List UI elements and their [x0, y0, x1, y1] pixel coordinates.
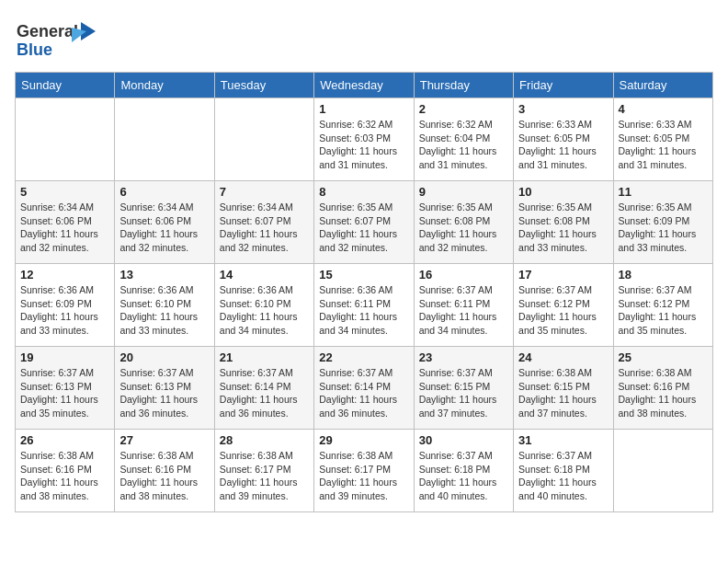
page-header: General Blue: [15, 15, 713, 61]
calendar-cell: 23Sunrise: 6:37 AM Sunset: 6:15 PM Dayli…: [414, 347, 513, 430]
day-number: 18: [619, 268, 708, 282]
calendar-cell: 28Sunrise: 6:38 AM Sunset: 6:17 PM Dayli…: [214, 430, 313, 512]
day-info: Sunrise: 6:36 AM Sunset: 6:10 PM Dayligh…: [220, 283, 309, 338]
day-info: Sunrise: 6:38 AM Sunset: 6:16 PM Dayligh…: [119, 449, 209, 503]
day-number: 13: [119, 268, 209, 282]
calendar-cell: 27Sunrise: 6:38 AM Sunset: 6:16 PM Dayli…: [115, 430, 214, 512]
calendar-cell: 20Sunrise: 6:37 AM Sunset: 6:13 PM Dayli…: [115, 347, 214, 430]
calendar-cell: 9Sunrise: 6:35 AM Sunset: 6:08 PM Daylig…: [414, 181, 513, 264]
day-number: 1: [319, 102, 408, 116]
calendar-cell: 16Sunrise: 6:37 AM Sunset: 6:11 PM Dayli…: [414, 264, 513, 347]
day-info: Sunrise: 6:37 AM Sunset: 6:11 PM Dayligh…: [419, 283, 508, 338]
calendar-cell: 31Sunrise: 6:37 AM Sunset: 6:18 PM Dayli…: [514, 430, 613, 512]
day-number: 15: [319, 268, 408, 282]
day-info: Sunrise: 6:38 AM Sunset: 6:17 PM Dayligh…: [220, 449, 309, 503]
day-info: Sunrise: 6:35 AM Sunset: 6:09 PM Dayligh…: [619, 201, 708, 255]
calendar-table: SundayMondayTuesdayWednesdayThursdayFrid…: [15, 72, 713, 512]
day-info: Sunrise: 6:35 AM Sunset: 6:08 PM Dayligh…: [419, 201, 508, 255]
week-row-5: 26Sunrise: 6:38 AM Sunset: 6:16 PM Dayli…: [16, 430, 713, 512]
day-number: 9: [419, 185, 508, 199]
calendar-cell: [214, 98, 313, 181]
day-info: Sunrise: 6:37 AM Sunset: 6:18 PM Dayligh…: [419, 449, 508, 503]
day-info: Sunrise: 6:37 AM Sunset: 6:14 PM Dayligh…: [220, 366, 309, 420]
calendar-cell: 29Sunrise: 6:38 AM Sunset: 6:17 PM Dayli…: [314, 430, 414, 512]
calendar-cell: 14Sunrise: 6:36 AM Sunset: 6:10 PM Dayli…: [214, 264, 313, 347]
calendar-cell: 18Sunrise: 6:37 AM Sunset: 6:12 PM Dayli…: [613, 264, 712, 347]
day-info: Sunrise: 6:37 AM Sunset: 6:12 PM Dayligh…: [619, 283, 708, 338]
header-monday: Monday: [115, 73, 214, 98]
calendar-cell: 12Sunrise: 6:36 AM Sunset: 6:09 PM Dayli…: [16, 264, 115, 347]
header-wednesday: Wednesday: [314, 73, 414, 98]
day-info: Sunrise: 6:37 AM Sunset: 6:18 PM Dayligh…: [518, 449, 608, 503]
logo-icon: General Blue: [15, 15, 97, 61]
week-row-4: 19Sunrise: 6:37 AM Sunset: 6:13 PM Dayli…: [16, 347, 713, 430]
calendar-cell: 25Sunrise: 6:38 AM Sunset: 6:16 PM Dayli…: [613, 347, 712, 430]
day-info: Sunrise: 6:35 AM Sunset: 6:08 PM Dayligh…: [518, 201, 608, 255]
calendar-cell: 5Sunrise: 6:34 AM Sunset: 6:06 PM Daylig…: [16, 181, 115, 264]
calendar-cell: [115, 98, 214, 181]
day-number: 31: [518, 433, 608, 447]
header-saturday: Saturday: [613, 73, 712, 98]
day-info: Sunrise: 6:34 AM Sunset: 6:06 PM Dayligh…: [20, 201, 109, 255]
svg-text:General: General: [17, 22, 78, 40]
day-number: 30: [419, 433, 508, 447]
week-row-3: 12Sunrise: 6:36 AM Sunset: 6:09 PM Dayli…: [16, 264, 713, 347]
day-number: 23: [419, 350, 508, 364]
calendar-cell: 26Sunrise: 6:38 AM Sunset: 6:16 PM Dayli…: [16, 430, 115, 512]
day-number: 28: [220, 433, 309, 447]
calendar-cell: 11Sunrise: 6:35 AM Sunset: 6:09 PM Dayli…: [613, 181, 712, 264]
day-number: 20: [119, 350, 209, 364]
day-info: Sunrise: 6:34 AM Sunset: 6:07 PM Dayligh…: [220, 201, 309, 255]
weekday-header-row: SundayMondayTuesdayWednesdayThursdayFrid…: [16, 73, 713, 98]
day-number: 6: [119, 185, 209, 199]
day-info: Sunrise: 6:37 AM Sunset: 6:13 PM Dayligh…: [20, 366, 109, 420]
day-number: 27: [119, 433, 209, 447]
calendar-cell: 21Sunrise: 6:37 AM Sunset: 6:14 PM Dayli…: [214, 347, 313, 430]
day-info: Sunrise: 6:37 AM Sunset: 6:15 PM Dayligh…: [419, 366, 508, 420]
svg-text:Blue: Blue: [17, 40, 52, 59]
day-info: Sunrise: 6:38 AM Sunset: 6:15 PM Dayligh…: [518, 366, 608, 420]
header-thursday: Thursday: [414, 73, 513, 98]
day-info: Sunrise: 6:35 AM Sunset: 6:07 PM Dayligh…: [319, 201, 408, 255]
day-number: 14: [220, 268, 309, 282]
calendar-cell: 6Sunrise: 6:34 AM Sunset: 6:06 PM Daylig…: [115, 181, 214, 264]
calendar-cell: 30Sunrise: 6:37 AM Sunset: 6:18 PM Dayli…: [414, 430, 513, 512]
day-number: 10: [518, 185, 608, 199]
calendar-cell: 1Sunrise: 6:32 AM Sunset: 6:03 PM Daylig…: [314, 98, 414, 181]
calendar-cell: 10Sunrise: 6:35 AM Sunset: 6:08 PM Dayli…: [514, 181, 613, 264]
day-number: 25: [619, 350, 708, 364]
calendar-cell: 8Sunrise: 6:35 AM Sunset: 6:07 PM Daylig…: [314, 181, 414, 264]
calendar-cell: 4Sunrise: 6:33 AM Sunset: 6:05 PM Daylig…: [613, 98, 712, 181]
calendar-cell: 2Sunrise: 6:32 AM Sunset: 6:04 PM Daylig…: [414, 98, 513, 181]
day-info: Sunrise: 6:37 AM Sunset: 6:12 PM Dayligh…: [518, 283, 608, 338]
day-number: 2: [419, 102, 508, 116]
day-number: 21: [220, 350, 309, 364]
day-info: Sunrise: 6:32 AM Sunset: 6:03 PM Dayligh…: [319, 118, 408, 172]
day-info: Sunrise: 6:37 AM Sunset: 6:14 PM Dayligh…: [319, 366, 408, 420]
day-info: Sunrise: 6:36 AM Sunset: 6:10 PM Dayligh…: [119, 283, 209, 338]
day-number: 8: [319, 185, 408, 199]
day-number: 29: [319, 433, 408, 447]
day-number: 22: [319, 350, 408, 364]
day-number: 4: [619, 102, 708, 116]
calendar-cell: 13Sunrise: 6:36 AM Sunset: 6:10 PM Dayli…: [115, 264, 214, 347]
day-info: Sunrise: 6:38 AM Sunset: 6:17 PM Dayligh…: [319, 449, 408, 503]
logo: General Blue: [15, 15, 99, 61]
day-number: 26: [20, 433, 109, 447]
calendar-cell: 7Sunrise: 6:34 AM Sunset: 6:07 PM Daylig…: [214, 181, 313, 264]
day-info: Sunrise: 6:38 AM Sunset: 6:16 PM Dayligh…: [619, 366, 708, 420]
day-info: Sunrise: 6:36 AM Sunset: 6:09 PM Dayligh…: [20, 283, 109, 338]
calendar-cell: 24Sunrise: 6:38 AM Sunset: 6:15 PM Dayli…: [514, 347, 613, 430]
header-friday: Friday: [514, 73, 613, 98]
week-row-1: 1Sunrise: 6:32 AM Sunset: 6:03 PM Daylig…: [16, 98, 713, 181]
header-sunday: Sunday: [16, 73, 115, 98]
header-tuesday: Tuesday: [214, 73, 313, 98]
calendar-cell: 17Sunrise: 6:37 AM Sunset: 6:12 PM Dayli…: [514, 264, 613, 347]
day-info: Sunrise: 6:33 AM Sunset: 6:05 PM Dayligh…: [619, 118, 708, 172]
calendar-cell: [16, 98, 115, 181]
calendar-cell: 15Sunrise: 6:36 AM Sunset: 6:11 PM Dayli…: [314, 264, 414, 347]
day-info: Sunrise: 6:34 AM Sunset: 6:06 PM Dayligh…: [119, 201, 209, 255]
calendar-cell: 19Sunrise: 6:37 AM Sunset: 6:13 PM Dayli…: [16, 347, 115, 430]
calendar-cell: 22Sunrise: 6:37 AM Sunset: 6:14 PM Dayli…: [314, 347, 414, 430]
day-number: 17: [518, 268, 608, 282]
